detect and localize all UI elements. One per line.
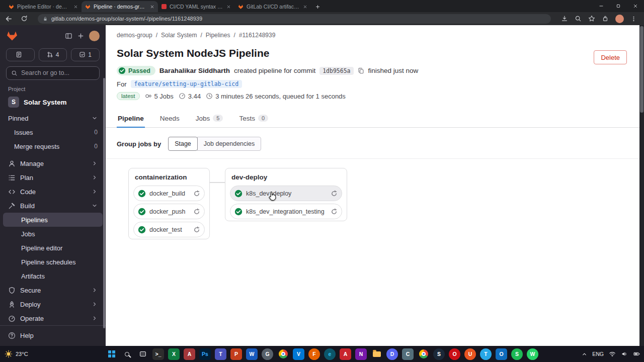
- onenote-icon[interactable]: N: [355, 348, 367, 360]
- minimize-button[interactable]: [593, 0, 610, 12]
- chrome-icon[interactable]: [277, 348, 289, 360]
- file-explorer-icon[interactable]: [371, 348, 382, 360]
- sidebar-item-operate[interactable]: Operate: [3, 311, 103, 325]
- search-input[interactable]: Search or go to...: [6, 66, 100, 80]
- issues-shortcut-button[interactable]: [6, 48, 35, 61]
- job-docker-test[interactable]: docker_test: [133, 222, 205, 237]
- delete-button[interactable]: Delete: [594, 50, 627, 64]
- user-avatar[interactable]: [89, 31, 100, 41]
- status-badge[interactable]: Passed: [117, 66, 155, 75]
- copy-icon[interactable]: [358, 67, 364, 74]
- browser-tab-1[interactable]: Pipeline Editor · demos-group / Solar: [5, 1, 82, 12]
- todos-shortcut-button[interactable]: 1: [71, 48, 100, 61]
- page-scrollbar[interactable]: [639, 25, 644, 346]
- language-indicator[interactable]: ENG: [592, 351, 604, 357]
- word-icon[interactable]: W: [246, 348, 258, 360]
- acrobat-icon[interactable]: A: [340, 348, 351, 360]
- tab-close-icon[interactable]: [150, 5, 154, 9]
- tab-needs[interactable]: Needs: [159, 110, 181, 128]
- edge-icon[interactable]: e: [324, 348, 336, 360]
- discord-icon[interactable]: D: [386, 348, 398, 360]
- sidebar-item-pipeline-editor[interactable]: Pipeline editor: [3, 241, 103, 255]
- pinned-section-header[interactable]: Pinned: [3, 111, 103, 125]
- menu-kebab-icon[interactable]: [630, 16, 637, 22]
- sidebar-item-code[interactable]: Code: [3, 185, 103, 199]
- retry-job-icon[interactable]: [331, 208, 338, 215]
- vscode-icon[interactable]: V: [293, 348, 304, 360]
- sidebar-item-secure[interactable]: Secure: [3, 283, 103, 297]
- sidebar-item-issues[interactable]: Issues 0: [3, 125, 103, 139]
- sidebar-scrollbar-thumb[interactable]: [103, 78, 105, 328]
- breadcrumb-pipelines[interactable]: Pipelines: [206, 32, 230, 39]
- sidebar-item-manage[interactable]: Manage: [3, 156, 103, 170]
- steam-icon[interactable]: S: [433, 348, 445, 360]
- tab-jobs[interactable]: Jobs5: [195, 110, 224, 128]
- branch-chip[interactable]: feature/setting-up-gitlab-cicd: [131, 80, 243, 88]
- chrome-profile-icon[interactable]: [418, 348, 429, 360]
- opera-icon[interactable]: O: [449, 348, 460, 360]
- retry-job-icon[interactable]: [193, 226, 200, 233]
- sidebar-item-deploy[interactable]: Deploy: [3, 297, 103, 311]
- ubuntu-icon[interactable]: U: [464, 348, 476, 360]
- browser-tab-2-active[interactable]: Pipeline · demos-group / Solar Sys: [82, 1, 158, 12]
- tab-close-icon[interactable]: [303, 5, 307, 9]
- camera-icon[interactable]: C: [402, 348, 414, 360]
- sidebar-item-build[interactable]: Build: [3, 199, 103, 213]
- merge-requests-shortcut-button[interactable]: 4: [39, 48, 67, 61]
- whatsapp-icon[interactable]: W: [527, 348, 538, 360]
- job-k8s-dev-integration-testing[interactable]: k8s_dev_integration_testing: [230, 204, 342, 219]
- group-by-stage-button[interactable]: Stage: [168, 137, 198, 151]
- task-view-icon[interactable]: [137, 348, 148, 360]
- tray-chevron-up-icon[interactable]: [582, 351, 587, 357]
- outlook-icon[interactable]: O: [496, 348, 507, 360]
- commit-sha-chip[interactable]: 1db9565a: [319, 67, 353, 75]
- github-icon[interactable]: G: [262, 348, 273, 360]
- access-icon[interactable]: A: [184, 348, 195, 360]
- sidebar-item-jobs[interactable]: Jobs: [3, 227, 103, 241]
- gitlab-logo[interactable]: [6, 30, 18, 42]
- group-by-job-dependencies-button[interactable]: Job dependencies: [197, 137, 261, 151]
- powerpoint-icon[interactable]: P: [230, 348, 242, 360]
- close-window-button[interactable]: [627, 0, 644, 12]
- back-icon[interactable]: [5, 15, 13, 23]
- sidebar-item-plan[interactable]: Plan: [3, 170, 103, 185]
- new-tab-button[interactable]: [311, 1, 324, 12]
- spotify-icon[interactable]: S: [511, 348, 523, 360]
- breadcrumb-group[interactable]: demos-group: [117, 32, 152, 39]
- browser-tab-4[interactable]: GitLab CI/CD artifacts reports types: [234, 1, 311, 12]
- sidebar-item-help[interactable]: Help: [3, 328, 103, 342]
- retry-job-icon[interactable]: [331, 190, 338, 197]
- browser-tab-3[interactable]: CI/CD YAML syntax reference | GitLab: [158, 1, 234, 12]
- job-k8s-dev-deploy[interactable]: k8s_dev_deploy: [230, 186, 342, 201]
- sidebar-item-pipeline-schedules[interactable]: Pipeline schedules: [3, 255, 103, 269]
- weather-widget[interactable]: 23°C: [5, 350, 28, 358]
- plus-icon[interactable]: [77, 32, 85, 40]
- extensions-icon[interactable]: [602, 15, 609, 22]
- wifi-icon[interactable]: [609, 350, 616, 357]
- tab-tests[interactable]: Tests0: [238, 110, 269, 128]
- search-icon[interactable]: [121, 348, 133, 360]
- maximize-button[interactable]: [610, 0, 627, 12]
- start-icon[interactable]: [106, 348, 117, 360]
- profile-avatar[interactable]: [615, 15, 624, 23]
- teams-icon[interactable]: T: [215, 348, 226, 360]
- reload-icon[interactable]: [21, 15, 28, 22]
- project-item[interactable]: S Solar System: [3, 94, 103, 110]
- sidebar-collapse-icon[interactable]: [65, 32, 72, 40]
- retry-job-icon[interactable]: [193, 190, 200, 197]
- zoom-icon[interactable]: [575, 15, 582, 22]
- downloads-icon[interactable]: [561, 15, 568, 22]
- firefox-icon[interactable]: F: [308, 348, 320, 360]
- bookmark-star-icon[interactable]: [588, 15, 595, 22]
- pipeline-author[interactable]: Barahalikar Siddharth: [159, 67, 230, 74]
- sidebar-item-artifacts[interactable]: Artifacts: [3, 269, 103, 283]
- terminal-icon[interactable]: >_: [152, 348, 164, 360]
- battery-icon[interactable]: [633, 350, 640, 357]
- tab-close-icon[interactable]: [73, 5, 78, 9]
- job-docker-build[interactable]: docker_build: [133, 186, 205, 201]
- photoshop-icon[interactable]: Ps: [199, 348, 211, 360]
- page-scrollbar-thumb[interactable]: [640, 26, 643, 113]
- breadcrumb-project[interactable]: Solar System: [161, 32, 197, 39]
- excel-icon[interactable]: X: [168, 348, 180, 360]
- address-bar[interactable]: gitlab.com/demos-group/solar-system/-/pi…: [38, 14, 551, 24]
